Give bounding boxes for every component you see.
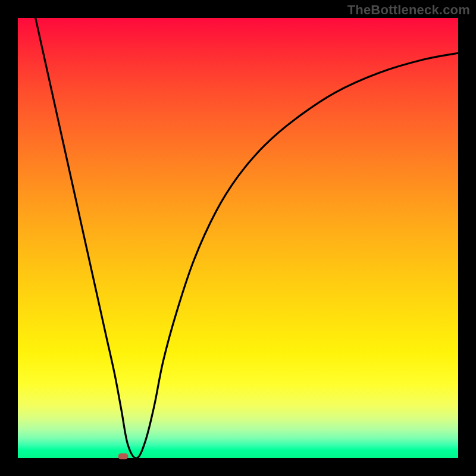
bottleneck-curve	[36, 18, 458, 458]
min-marker	[118, 453, 128, 459]
chart-container: TheBottleneck.com	[0, 0, 476, 476]
watermark-text: TheBottleneck.com	[347, 2, 470, 18]
curve-svg	[18, 18, 458, 458]
plot-area	[18, 18, 458, 458]
